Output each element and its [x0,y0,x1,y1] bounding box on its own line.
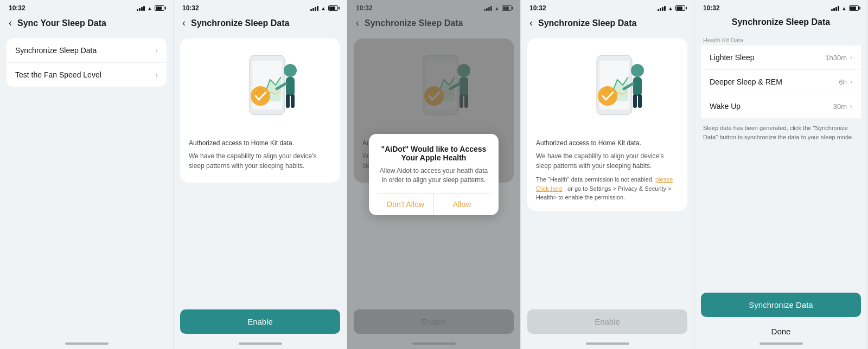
data-row-right-2: 6h › [839,78,852,86]
home-indicator-4 [586,342,629,345]
svg-rect-3 [286,77,295,96]
back-button-2[interactable]: ‹ [182,17,186,29]
svg-point-18 [631,64,644,77]
header-4: ‹ Synchronize Sleep Data [521,14,694,34]
data-row-chevron-3: › [850,102,852,110]
done-button-5[interactable]: Done [694,320,867,342]
svg-rect-19 [633,77,642,96]
data-row-value-3: 30m [833,102,847,111]
signal-icon-4 [658,5,666,11]
data-row-label-3: Wake Up [710,102,741,111]
battery-icon-2 [328,5,338,11]
permission-line1-4: The "Health" data permission is not enab… [536,176,654,183]
status-bar-2: 10:32 ▲ [174,0,347,14]
screen-2: 10:32 ▲ ‹ Synchronize Sleep Data [174,0,347,349]
chevron-right-icon-2: › [155,70,158,79]
svg-rect-20 [633,94,637,108]
wifi-icon-5: ▲ [841,5,847,11]
svg-rect-5 [291,94,295,108]
wifi-icon-4: ▲ [668,5,673,11]
page-title-2: Synchronize Sleep Data [191,18,289,28]
battery-icon-5 [849,5,859,11]
menu-item-sync-label: Synchronize Sleep Data [15,46,97,55]
section-label-5: Health Kit Data [694,33,867,46]
allow-button[interactable]: Allow [434,193,490,215]
data-list-5: Lighter Sleep 1h30m › Deeper Sleep & REM… [701,46,861,118]
card-desc-line1-2: Authorized access to Home Kit data. [189,138,331,148]
home-indicator-2 [239,342,282,345]
card-desc-line1-4: Authorized access to Home Kit data. [536,138,679,148]
header-5: Synchronize Sleep Data [694,14,867,33]
page-title-4: Synchronize Sleep Data [538,18,636,28]
status-time-5: 10:32 [703,4,720,12]
status-time-2: 10:32 [182,4,199,12]
battery-icon-1 [155,5,164,11]
screen-1: 10:32 ▲ ‹ Sync Your Sleep Data Synchroni… [0,0,174,349]
modal-overlay-3: "AiDot" Would like to Access Your Apple … [347,0,520,349]
wifi-icon-1: ▲ [147,5,152,11]
card-description-2: Authorized access to Home Kit data. We h… [189,138,331,171]
data-row-deeper-sleep[interactable]: Deeper Sleep & REM 6h › [701,70,861,94]
status-icons-4: ▲ [658,5,685,11]
svg-rect-21 [638,94,642,108]
modal-box-3: "AiDot" Would like to Access Your Apple … [369,134,499,216]
page-title-1: Sync Your Sleep Data [17,18,106,28]
menu-item-fan-speed[interactable]: Test the Fan Speed Level › [7,63,167,87]
status-bar-1: 10:32 ▲ [0,0,173,14]
status-bar-4: 10:32 ▲ [521,0,694,14]
sync-card-2: Authorized access to Home Kit data. We h… [180,38,340,183]
header-1: ‹ Sync Your Sleep Data [0,14,173,34]
back-button-1[interactable]: ‹ [9,17,12,29]
data-row-label-2: Deeper Sleep & REM [710,77,782,86]
home-indicator-5 [760,342,803,345]
illustration-2 [189,47,331,134]
card-description-4: Authorized access to Home Kit data. We h… [536,138,679,171]
back-button-4[interactable]: ‹ [529,17,533,29]
data-row-right-3: 30m › [833,102,852,111]
svg-rect-4 [286,94,290,108]
status-bar-5: 10:32 ▲ [694,0,867,14]
permission-text-4: The "Health" data permission is not enab… [536,175,679,202]
illustration-4 [536,47,679,134]
data-row-wake-up[interactable]: Wake Up 30m › [701,94,861,118]
menu-list-1: Synchronize Sleep Data › Test the Fan Sp… [7,38,167,87]
status-icons-2: ▲ [310,5,338,11]
enable-button-2[interactable]: Enable [180,309,340,334]
data-row-value-2: 6h [839,78,847,86]
screen-5: 10:32 ▲ Synchronize Sleep Data Health Ki… [694,0,868,349]
sync-data-button-5[interactable]: Synchronize Data [701,293,861,317]
data-row-label-1: Lighter Sleep [710,53,755,62]
home-indicator-1 [65,342,108,345]
data-row-chevron-2: › [850,78,852,86]
sync-description-5: Sleep data has been generated, click the… [694,118,867,147]
chevron-right-icon-1: › [155,46,158,55]
data-row-right-1: 1h30m › [825,54,852,62]
status-icons-1: ▲ [137,5,164,11]
status-time-1: 10:32 [9,4,25,12]
header-2: ‹ Synchronize Sleep Data [174,14,347,34]
data-row-chevron-1: › [850,54,852,61]
svg-point-23 [598,86,617,106]
data-row-lighter-sleep[interactable]: Lighter Sleep 1h30m › [701,46,861,70]
svg-point-2 [284,64,297,77]
menu-item-sync-sleep[interactable]: Synchronize Sleep Data › [7,38,167,63]
battery-icon-4 [675,5,685,11]
signal-icon-2 [310,5,318,11]
modal-buttons-3: Don't Allow Allow [378,193,490,215]
sync-card-4: Authorized access to Home Kit data. We h… [527,38,687,211]
screen-3: 10:32 ▲ ‹ Synchronize Sleep Data [347,0,521,349]
modal-body-3: Allow Aidot to access your heath data in… [378,166,490,185]
dont-allow-button[interactable]: Don't Allow [378,193,434,215]
modal-title-3: "AiDot" Would like to Access Your Apple … [378,145,490,162]
card-desc-line2-4: We have the capability to align your dev… [536,151,679,171]
signal-icon-5 [831,5,839,11]
svg-point-7 [251,86,270,106]
screen-4: 10:32 ▲ ‹ Synchronize Sleep Data [521,0,694,349]
menu-item-fan-label: Test the Fan Speed Level [15,70,101,79]
page-title-5: Synchronize Sleep Data [732,17,830,27]
wifi-icon-2: ▲ [321,5,326,11]
enable-button-4: Enable [527,309,687,334]
status-icons-5: ▲ [831,5,859,11]
data-row-value-1: 1h30m [825,54,847,62]
status-time-4: 10:32 [529,4,546,12]
